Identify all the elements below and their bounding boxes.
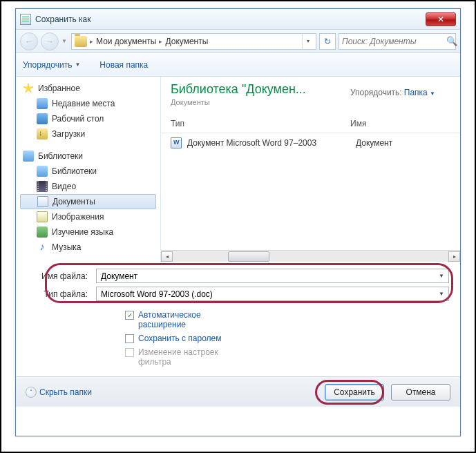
save-with-password-checkbox[interactable]: Сохранить с паролем <box>125 334 460 343</box>
horizontal-scrollbar[interactable]: ◂ ▸ <box>161 250 460 262</box>
sidebar-favorites[interactable]: Избранное <box>16 81 160 96</box>
breadcrumb-segment[interactable]: Мои документы <box>96 37 156 46</box>
checkbox-icon <box>125 334 134 343</box>
nav-back-button[interactable]: ← <box>20 32 38 50</box>
sidebar-libraries[interactable]: Библиотеки <box>16 148 160 164</box>
scroll-left-button[interactable]: ◂ <box>161 251 173 262</box>
chevron-down-icon: ▼ <box>75 61 80 68</box>
document-icon <box>37 196 48 207</box>
chevron-down-icon: ▼ <box>430 90 435 97</box>
checkbox-checked-icon: ✓ <box>125 311 134 320</box>
breadcrumb-segment[interactable]: Документы <box>165 37 208 46</box>
search-icon[interactable]: 🔍 <box>446 36 457 46</box>
navbar: ← → ▼ ▸ Мои документы ▸ Документы ▾ ↻ 🔍 <box>16 30 460 53</box>
breadcrumb[interactable]: ▸ Мои документы ▸ Документы ▾ <box>71 33 316 50</box>
music-icon: ♪ <box>37 242 48 253</box>
folder-icon <box>75 36 87 47</box>
chevron-right-icon: ▸ <box>90 38 93 45</box>
close-icon: ✕ <box>437 15 444 24</box>
scroll-track[interactable] <box>173 251 448 262</box>
chevron-down-icon: ▼ <box>439 273 444 279</box>
sidebar: Избранное Недавние места Рабочий стол За… <box>16 77 161 262</box>
cancel-button[interactable]: Отмена <box>391 384 450 401</box>
filter-settings-checkbox: Изменение настроек фильтра <box>125 347 460 367</box>
file-name-cell: Документ <box>356 138 392 148</box>
search-input[interactable] <box>342 37 446 46</box>
chevron-right-icon: ▸ <box>159 38 162 45</box>
sidebar-lib-language[interactable]: Изучение языка <box>16 224 160 240</box>
column-headers: Тип Имя <box>161 115 460 133</box>
downloads-icon <box>37 128 48 139</box>
close-button[interactable]: ✕ <box>426 12 456 26</box>
word-doc-icon <box>171 137 182 148</box>
sidebar-lib-libraries[interactable]: Библиотеки <box>16 164 160 179</box>
scroll-right-button[interactable]: ▸ <box>448 251 460 262</box>
file-list-pane: Библиотека "Докумен... Документы Упорядо… <box>161 77 460 262</box>
file-type-cell: Документ Microsoft Word 97–2003 <box>187 138 350 148</box>
libraries-icon <box>37 166 48 177</box>
sidebar-lib-music[interactable]: ♪Музыка <box>16 240 160 255</box>
chevron-down-icon: ▼ <box>439 291 444 297</box>
new-folder-button[interactable]: Новая папка <box>99 60 148 70</box>
search-box[interactable]: 🔍 <box>339 33 456 50</box>
sidebar-lib-documents[interactable]: Документы <box>20 194 156 209</box>
breadcrumb-dropdown[interactable]: ▾ <box>302 34 313 49</box>
libraries-icon <box>23 151 34 162</box>
nav-forward-button[interactable]: → <box>41 32 59 50</box>
auto-extension-checkbox[interactable]: ✓Автоматическое расширение <box>125 310 460 329</box>
checkbox-disabled-icon <box>125 348 134 357</box>
language-icon <box>37 226 48 238</box>
filename-label: Имя файла: <box>27 271 96 281</box>
refresh-button[interactable]: ↻ <box>319 33 336 50</box>
dialog-footer: ˄ Скрыть папки Сохранить Отмена <box>16 376 460 407</box>
document-icon <box>20 14 31 25</box>
dialog-body: Избранное Недавние места Рабочий стол За… <box>16 77 460 262</box>
filetype-label: Тип файла: <box>27 289 96 299</box>
col-header-name[interactable]: Имя <box>350 119 450 128</box>
sidebar-lib-images[interactable]: Изображения <box>16 209 160 224</box>
window-title: Сохранить как <box>35 15 426 24</box>
sidebar-downloads[interactable]: Загрузки <box>16 126 160 142</box>
scroll-thumb[interactable] <box>228 251 269 262</box>
sidebar-desktop[interactable]: Рабочий стол <box>16 111 160 126</box>
titlebar: Сохранить как ✕ <box>16 9 460 30</box>
arrange-by: Упорядочить: Папка ▼ <box>350 88 435 97</box>
arrow-left-icon: ← <box>25 37 33 46</box>
nav-history-dropdown[interactable]: ▼ <box>61 38 68 44</box>
save-options: ✓Автоматическое расширение Сохранить с п… <box>16 309 460 376</box>
chevron-up-icon: ˄ <box>26 387 37 398</box>
toolbar: Упорядочить▼ Новая папка <box>16 53 460 77</box>
hide-folders-toggle[interactable]: ˄ Скрыть папки <box>26 387 92 398</box>
refresh-icon: ↻ <box>324 37 331 46</box>
desktop-icon <box>37 113 48 124</box>
star-icon <box>23 83 34 94</box>
recent-icon <box>37 98 48 109</box>
arrange-by-link[interactable]: Папка ▼ <box>404 88 435 97</box>
filetype-select[interactable]: Microsoft Word 97-2003 (.doc)▼ <box>96 287 449 301</box>
save-as-dialog: Сохранить как ✕ ← → ▼ ▸ Мои документы ▸ … <box>15 8 461 436</box>
sidebar-recent-places[interactable]: Недавние места <box>16 96 160 111</box>
organize-menu[interactable]: Упорядочить▼ <box>23 60 80 70</box>
col-header-type[interactable]: Тип <box>171 119 350 128</box>
save-button[interactable]: Сохранить <box>325 384 384 401</box>
sidebar-lib-video[interactable]: Видео <box>16 179 160 194</box>
filename-form: Имя файла: Документ▼ Тип файла: Microsof… <box>16 262 460 309</box>
arrow-right-icon: → <box>46 37 54 46</box>
video-icon <box>37 181 48 192</box>
library-subtitle: Документы <box>171 98 450 106</box>
images-icon <box>37 211 48 222</box>
filename-input[interactable]: Документ▼ <box>96 269 449 283</box>
file-row[interactable]: Документ Microsoft Word 97–2003 Документ <box>161 133 460 153</box>
